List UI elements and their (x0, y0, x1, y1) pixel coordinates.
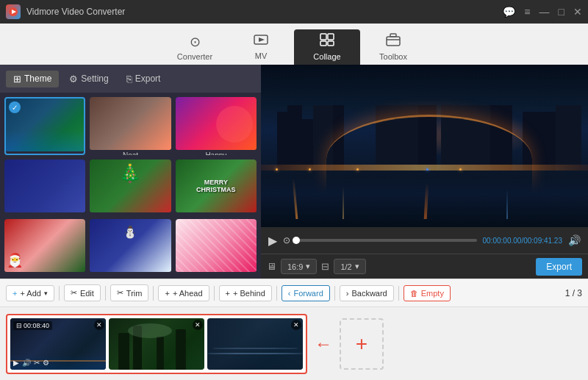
theme-snowy-night-label: Snowy Night (90, 272, 171, 274)
theme-neat[interactable]: Neat (90, 97, 171, 155)
add-button[interactable]: + + Add ▾ (6, 285, 54, 301)
theme-neat-label: Neat (90, 150, 171, 155)
behind-label: + Behind (233, 289, 265, 298)
theme-christmas-eve[interactable]: 🎄 Christmas Eve (90, 159, 171, 215)
svg-rect-6 (320, 41, 326, 46)
separator-2 (105, 286, 106, 301)
behind-icon: + (226, 289, 230, 298)
theme-current[interactable]: ✓ Current (4, 97, 85, 155)
stop-button[interactable]: ⊙ (283, 235, 290, 245)
trim-button[interactable]: ✂ Trim (110, 284, 149, 301)
main-nav: ⊙ Converter MV Collage Toolbox (0, 24, 588, 65)
time-display: 00:00:00.00/00:09:41.23 (483, 237, 562, 245)
clip-1-time: ⊟ 00:08:40 (13, 321, 52, 330)
clip-3-close-button[interactable]: ✕ (291, 320, 301, 330)
chat-button[interactable]: 💬 (503, 6, 515, 18)
progress-bar[interactable] (296, 239, 477, 242)
clip-2-close-button[interactable]: ✕ (193, 320, 203, 330)
theme-santa-claus[interactable]: 🎅 Santa Claus (4, 219, 85, 274)
tab-collage[interactable]: Collage (294, 29, 360, 65)
tab-converter[interactable]: ⊙ Converter (162, 29, 228, 65)
split-label: 1/2 (340, 262, 351, 271)
theme-happy-label: Happy (176, 150, 257, 155)
behind-button[interactable]: + + Behind (219, 285, 272, 301)
theme-snowy-night[interactable]: ⛄ Snowy Night (90, 219, 171, 274)
volume-icon[interactable]: 🔊 (568, 234, 581, 246)
svg-rect-5 (328, 34, 334, 40)
theme-stripes-waves[interactable]: Stripes & Waves (176, 219, 257, 274)
add-clip-button[interactable]: + (340, 318, 384, 370)
subtab-export[interactable]: ⎘ Export (119, 71, 168, 87)
ahead-button[interactable]: + + Ahead (158, 285, 209, 301)
progress-handle[interactable] (293, 237, 300, 244)
setting-tab-label: Setting (81, 74, 108, 84)
collage-label: Collage (313, 52, 340, 61)
subtab-theme[interactable]: ⊞ Theme (6, 71, 59, 87)
theme-santa-claus-thumb: 🎅 (4, 219, 85, 272)
content-area: ⊞ Theme ⚙ Setting ⎘ Export (0, 65, 588, 279)
clip-1-controls: ▶ 🔊 ✂ ⚙ (13, 359, 103, 367)
backward-label: Backward (351, 289, 387, 298)
app-icon (6, 4, 21, 19)
split-button[interactable]: 1/2 ▾ (334, 259, 365, 274)
export-button[interactable]: Export (536, 258, 582, 276)
theme-happy[interactable]: Happy (176, 97, 257, 155)
timeline-track: ⊟ 00:08:40 ▶ 🔊 ✂ ⚙ ✕ (6, 314, 307, 374)
timeline: ⊟ 00:08:40 ▶ 🔊 ✂ ⚙ ✕ (0, 306, 588, 380)
minimize-button[interactable]: — (539, 6, 550, 18)
clip-1-close-button[interactable]: ✕ (94, 320, 104, 330)
separator-1 (59, 286, 60, 301)
clip-1-play-icon: ▶ (13, 359, 19, 367)
forward-icon: ‹ (288, 289, 291, 298)
ahead-icon: + (165, 289, 169, 298)
svg-rect-4 (320, 34, 326, 40)
preview-area (261, 65, 588, 227)
backward-icon: › (346, 289, 349, 298)
video-clip-3[interactable]: ✕ (207, 318, 303, 370)
separator-6 (334, 286, 335, 301)
theme-christmas-eve-thumb: 🎄 (90, 159, 171, 212)
page-number: 1 / 3 (565, 288, 582, 298)
selected-check: ✓ (9, 101, 21, 113)
empty-button[interactable]: 🗑 Empty (404, 285, 451, 301)
theme-christmas-eve-label: Christmas Eve (90, 212, 171, 215)
left-panel: ⊞ Theme ⚙ Setting ⎘ Export (0, 65, 261, 279)
clip-1-split-icon: ⚙ (43, 359, 49, 367)
theme-merry-christmas[interactable]: MERRYCHRISTMAS Merry Christmas (176, 159, 257, 215)
menu-button[interactable]: ≡ (524, 6, 530, 18)
trim-icon: ✂ (117, 288, 123, 298)
tab-mv[interactable]: MV (228, 29, 294, 65)
timeline-arrow-icon: ← (315, 334, 332, 354)
ahead-label: + Ahead (173, 289, 203, 298)
subtab-setting[interactable]: ⚙ Setting (62, 71, 115, 87)
clip-3-thumbnail (207, 318, 303, 370)
separator-7 (398, 286, 399, 301)
layout-icon: ⊟ (321, 261, 329, 272)
play-button[interactable]: ▶ (268, 234, 277, 248)
forward-button[interactable]: ‹ Forward (282, 285, 330, 301)
screen-icon: 🖥 (267, 261, 276, 272)
clip-icon: ⊟ (16, 322, 22, 329)
maximize-button[interactable]: □ (559, 6, 564, 18)
video-clip-1[interactable]: ⊟ 00:08:40 ▶ 🔊 ✂ ⚙ ✕ (10, 318, 106, 370)
theme-merry-christmas-label: Merry Christmas (176, 212, 257, 215)
edit-button[interactable]: ✂ Edit (64, 284, 101, 301)
theme-merry-christmas-thumb: MERRYCHRISTMAS (176, 159, 257, 212)
setting-gear-icon: ⚙ (69, 74, 78, 85)
theme-stripes-waves-thumb (176, 219, 257, 272)
preview-controls: ▶ ⊙ 00:00:00.00/00:09:41.23 🔊 (261, 227, 588, 254)
theme-chic[interactable]: Chic (4, 159, 85, 215)
empty-label: Empty (421, 289, 444, 298)
trash-icon: 🗑 (410, 289, 418, 298)
trim-label: Trim (126, 289, 143, 298)
video-clip-2[interactable]: ✕ (109, 318, 204, 370)
aspect-ratio-button[interactable]: 16:9 ▾ (281, 259, 317, 274)
tab-toolbox[interactable]: Toolbox (360, 29, 426, 65)
add-clip-plus-icon: + (356, 332, 368, 356)
close-button[interactable]: ✕ (573, 6, 582, 18)
clip-1-audio-icon: 🔊 (22, 359, 31, 367)
app-title: Vidmore Video Converter (26, 7, 125, 17)
preview-background (261, 65, 588, 227)
separator-4 (214, 286, 215, 301)
backward-button[interactable]: › Backward (340, 285, 394, 301)
